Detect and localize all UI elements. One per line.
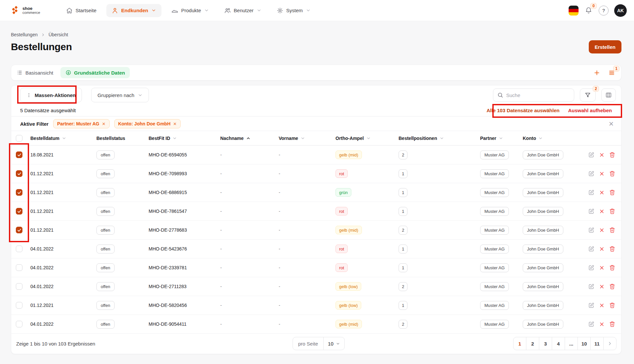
delete-row-button[interactable]: [609, 208, 615, 214]
clear-filters-icon[interactable]: ✕: [609, 121, 614, 127]
row-checkbox[interactable]: [16, 227, 22, 233]
row-checkbox[interactable]: [16, 321, 22, 327]
delete-row-button[interactable]: [609, 227, 615, 233]
table-row[interactable]: 04.01.2022 offen MHO-DE-2711283 - - gelb…: [11, 277, 621, 296]
cancel-row-button[interactable]: [599, 247, 604, 251]
row-checkbox[interactable]: [16, 302, 22, 309]
delete-row-button[interactable]: [609, 302, 615, 308]
nav-item-endkunden[interactable]: Endkunden: [106, 4, 161, 17]
language-flag-de[interactable]: [569, 6, 579, 16]
group-by-button[interactable]: Gruppieren nach: [91, 88, 149, 102]
edit-row-button[interactable]: [588, 265, 594, 271]
edit-row-button[interactable]: [588, 171, 594, 177]
row-checkbox[interactable]: [16, 151, 22, 158]
table-row[interactable]: 01.12.2021 offen MHO-DE-6886915 - - grün…: [11, 183, 621, 202]
tab-grundsaetzliche-daten[interactable]: Grundsätzliche Daten: [60, 67, 130, 78]
page-button[interactable]: 11: [590, 337, 604, 350]
delete-row-button[interactable]: [609, 321, 615, 327]
help-button[interactable]: ?: [599, 6, 609, 16]
nav-item-benutzer[interactable]: Benutzer: [219, 4, 267, 17]
column-header-vorname[interactable]: Vorname: [279, 136, 335, 141]
cancel-row-button[interactable]: [599, 152, 604, 157]
row-checkbox[interactable]: [16, 189, 22, 196]
page-button[interactable]: 1: [513, 337, 526, 350]
edit-row-button[interactable]: [588, 321, 594, 327]
filter-chip-partner[interactable]: Partner: Muster AG ✕: [53, 119, 110, 128]
per-page-select[interactable]: 10: [324, 337, 344, 350]
page-button[interactable]: 10: [578, 337, 591, 350]
table-row[interactable]: 18.08.2021 offen MHO-DE-6594055 - - gelb…: [11, 146, 621, 164]
column-header-bestelldatum[interactable]: Bestelldatum: [30, 136, 96, 141]
delete-row-button[interactable]: [609, 246, 615, 252]
cancel-row-button[interactable]: [599, 171, 604, 176]
table-row[interactable]: 04.01.2022 offen MHO-DE-5423676 - - rot …: [11, 240, 621, 258]
table-row[interactable]: 01.12.2021 offen MHO-DE-7861547 - - rot …: [11, 202, 621, 221]
cancel-row-button[interactable]: [599, 265, 604, 270]
column-header-ortho-ampel[interactable]: Ortho-Ampel: [335, 136, 399, 141]
search-input[interactable]: [506, 92, 572, 98]
delete-row-button[interactable]: [609, 189, 615, 195]
cancel-row-button[interactable]: [599, 303, 604, 308]
tab-basisansicht[interactable]: Basisansicht: [17, 70, 53, 76]
add-view-button[interactable]: [593, 69, 601, 77]
edit-row-button[interactable]: [588, 302, 594, 309]
column-header-partner[interactable]: Partner: [480, 136, 523, 141]
page-button[interactable]: 4: [552, 337, 565, 350]
nav-item-system[interactable]: System: [271, 4, 316, 17]
row-checkbox[interactable]: [16, 170, 22, 177]
nav-item-produkte[interactable]: Produkte: [166, 4, 214, 17]
breadcrumb-bestellungen[interactable]: Bestellungen: [11, 32, 38, 37]
table-row[interactable]: 04.01.2022 offen MHO-DE-2339781 - - rot …: [11, 258, 621, 277]
bulk-actions-button[interactable]: Massen-Aktionen: [20, 88, 82, 102]
nav-item-startseite[interactable]: Startseite: [61, 4, 102, 17]
edit-row-button[interactable]: [588, 208, 594, 215]
cancel-row-button[interactable]: [599, 190, 604, 195]
remove-filter-icon[interactable]: ✕: [102, 121, 106, 126]
partner-badge: Muster AG: [480, 245, 509, 253]
create-button[interactable]: Erstellen: [589, 40, 621, 53]
delete-row-button[interactable]: [609, 152, 615, 158]
cancel-row-button[interactable]: [599, 284, 604, 289]
notifications-button[interactable]: 0: [584, 6, 593, 15]
edit-row-button[interactable]: [588, 246, 594, 252]
column-header-bestellstatus[interactable]: Bestellstatus: [96, 136, 149, 141]
clear-selection-link[interactable]: Auswahl aufheben: [568, 108, 612, 113]
column-header-konto[interactable]: Konto: [523, 136, 577, 141]
table-row[interactable]: 01.12.2021 offen MHO-DE-2778683 - - gelb…: [11, 221, 621, 240]
select-all-link[interactable]: Alle 103 Datensätze auswählen: [487, 108, 560, 113]
page-button[interactable]: 3: [539, 337, 552, 350]
column-header-bestellpositionen[interactable]: Bestellpositionen: [399, 136, 480, 141]
cancel-row-button[interactable]: [599, 228, 604, 233]
delete-row-button[interactable]: [609, 283, 615, 289]
edit-row-button[interactable]: [588, 152, 594, 158]
table-row[interactable]: 04.01.2022 offen MHO-DE-9054411 - - gelb…: [11, 315, 621, 334]
select-all-checkbox[interactable]: [16, 135, 22, 142]
table-row[interactable]: 01.12.2021 offen MHO-DE-7098993 - - rot …: [11, 164, 621, 183]
remove-filter-icon[interactable]: ✕: [173, 121, 177, 126]
delete-row-button[interactable]: [609, 265, 615, 271]
row-checkbox[interactable]: [16, 264, 22, 271]
cancel-row-button[interactable]: [599, 209, 604, 214]
page-button[interactable]: 2: [526, 337, 539, 350]
row-checkbox[interactable]: [16, 283, 22, 290]
cancel-row-button[interactable]: [599, 322, 604, 327]
breadcrumb-uebersicht[interactable]: Übersicht: [49, 32, 68, 37]
row-checkbox[interactable]: [16, 208, 22, 215]
next-page-button[interactable]: [603, 337, 616, 350]
page-button[interactable]: ...: [565, 337, 578, 350]
edit-row-button[interactable]: [588, 283, 594, 290]
cell-vorname: -: [279, 303, 335, 308]
column-header-bestfit-id[interactable]: BestFit ID: [149, 136, 220, 141]
filter-chip-konto[interactable]: Konto: John Doe GmbH ✕: [114, 119, 181, 128]
filter-button[interactable]: 2: [580, 88, 596, 102]
columns-button[interactable]: [601, 88, 616, 102]
brand-logo[interactable]: shoe commerce: [11, 6, 40, 15]
delete-row-button[interactable]: [609, 171, 615, 177]
edit-row-button[interactable]: [588, 189, 594, 196]
table-row[interactable]: 01.12.2021 offen MHO-DE-5820456 - - gelb…: [11, 296, 621, 315]
column-header-nachname[interactable]: Nachname: [220, 136, 279, 141]
edit-row-button[interactable]: [588, 227, 594, 233]
saved-views-button[interactable]: 1: [608, 69, 616, 77]
user-avatar[interactable]: AK: [614, 4, 627, 17]
row-checkbox[interactable]: [16, 246, 22, 252]
